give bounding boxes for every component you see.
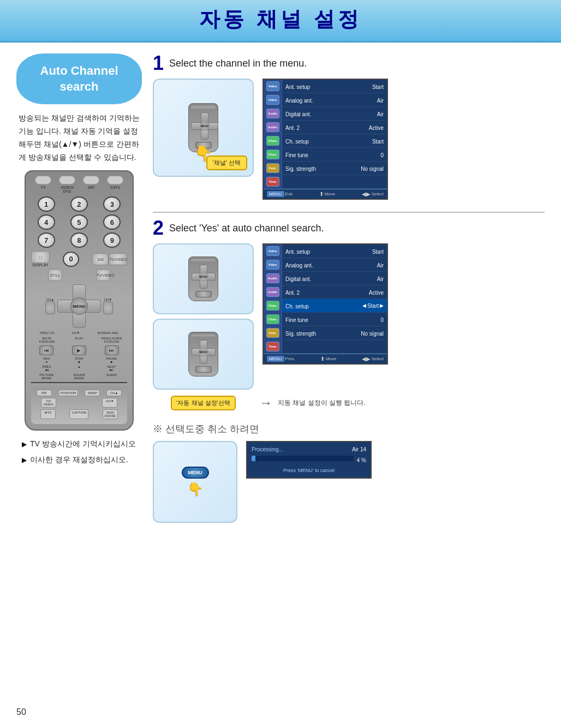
cancel-finger-icon: 👇	[187, 482, 204, 497]
menu-button-remote[interactable]: MENU	[70, 297, 88, 315]
step-2-header: 2 Select 'Yes' at auto channel search.	[153, 218, 545, 238]
mini-top-bar	[191, 106, 216, 110]
ch-up-pip-btn[interactable]: CH▲	[106, 390, 122, 396]
progress-bar-fill	[252, 456, 255, 461]
remote-control: TV VIDEO/DVD SAT CATV 1 2 3	[25, 170, 134, 431]
channel-label: '채널' 선택	[206, 156, 247, 170]
swap-btn[interactable]: SWAP	[85, 390, 100, 396]
remote-btn-1[interactable]: 1	[38, 196, 55, 212]
osd-footer-menu: MENU Exit	[267, 191, 293, 197]
progress-osd: Processing... Air 14 4 % Press 'MENU' to…	[246, 441, 372, 479]
position-btn[interactable]: POSITION	[58, 390, 79, 396]
pip-top-row: PIP POSITION SWAP CH▲	[33, 390, 125, 396]
osd-footer-select: ◀▶ Select	[362, 191, 384, 197]
step2-mini-remote-2: MENU	[188, 332, 218, 377]
remote-btn-3[interactable]: 3	[103, 196, 121, 212]
step1-menu-btn: MENU	[200, 121, 210, 131]
tv-video-pip-btn[interactable]: TV/VIDEO	[41, 398, 56, 408]
bullet-item-2: ▶ 이사한 경우 재설정하십시오.	[22, 454, 142, 466]
mode-btns: PICTUREMODE SOUNDMODE SLEEP	[31, 373, 127, 380]
osd-row-4: Audio Ant. 2 Active	[264, 121, 387, 134]
progress-bar	[252, 456, 354, 461]
add-erase-btn[interactable]: ADD/ERASE	[103, 409, 118, 419]
step2-menu-1: MENU	[199, 272, 208, 282]
dpad-section: CH▲ MENU CH▼	[31, 284, 127, 328]
osd2-row-1: Video Ant. setup Start	[264, 244, 387, 258]
remote-100-btn: 100	[92, 253, 109, 265]
osd-icon-video: Video	[264, 80, 282, 93]
progress-percent: 4 %	[357, 457, 366, 463]
mute-label: MUTEF.R/SLOW	[31, 337, 62, 343]
remote-btn-5[interactable]: 5	[70, 214, 88, 230]
page-number: 50	[16, 707, 26, 717]
rewind-btn[interactable]: ⏮	[39, 345, 53, 355]
ch-down-btn[interactable]	[103, 301, 113, 314]
ffwd-btn[interactable]: ⏭	[105, 345, 119, 355]
step2-remote-box-2: MENU	[153, 319, 254, 390]
mts-btn[interactable]: MTS	[40, 409, 56, 419]
remote-still-btn: STILL	[48, 269, 62, 281]
next-label: NEXT⏭	[96, 365, 127, 372]
step-2: 2 Select 'Yes' at auto channel search.	[153, 218, 545, 410]
pip-bot-row: MTS CAPTION ADD/ERASE	[33, 409, 125, 419]
ch-up-btn[interactable]	[45, 301, 55, 314]
remote-btn-9[interactable]: 9	[103, 232, 121, 248]
remote-btn-7[interactable]: 7	[38, 232, 55, 248]
sound-mode-label: SOUNDMODE	[64, 373, 95, 380]
remote-btn-0[interactable]: 0	[63, 252, 79, 267]
step2-osd: Video Ant. setup Start Video Analog ant.…	[262, 243, 388, 365]
prog-guide-label: PROG.GUIDEF.F/SLOW	[96, 337, 127, 343]
osd2-row-5-highlighted: Chan. Ch. setup ◀ Start ▶	[264, 299, 387, 313]
pip-section: PIP POSITION SWAP CH▲ TV/VIDEO CH▼ MTS C…	[31, 386, 127, 424]
transport-row1: ⏮ ▶ ⏭	[31, 345, 127, 355]
play-btn[interactable]: ▶	[72, 345, 86, 355]
remote-btn-4[interactable]: 4	[38, 214, 55, 230]
cancel-header: ※ 선택도중 취소 하려면	[153, 422, 545, 435]
step2-bottom: '자동 채널 설정'선택 → 지동 채널 설정이 실행 됩니다.	[153, 395, 545, 410]
bullet-points: ▶ TV 방송시간에 기억시키십시오 ▶ 이사한 경우 재설정하십시오.	[16, 438, 142, 466]
remote-divider	[31, 382, 127, 383]
remote-btn-6[interactable]: 6	[103, 214, 121, 230]
remote-sat-btn: SAT	[83, 176, 99, 193]
remote-display-btn: ▢ DISPLAY	[31, 251, 50, 267]
remote-tv-btn: TV	[35, 176, 51, 193]
picture-mode-label: PICTUREMODE	[31, 373, 62, 380]
bullet-item-1: ▶ TV 방송시간에 기억시키십시오	[22, 438, 142, 450]
channel-icon: Chan.	[266, 136, 279, 146]
feature-icon: Feat.	[266, 163, 279, 173]
pip-btn[interactable]: PIP	[37, 390, 52, 396]
osd-row-3: Audio Digital ant. Air	[264, 107, 387, 121]
remote-btn-2[interactable]: 2	[70, 196, 88, 212]
step1-osd: Video Ant. setup Start	[262, 79, 388, 200]
step2-menu-2: MENU	[199, 347, 208, 357]
audio-icon: Audio	[266, 109, 279, 118]
step-2-number: 2	[153, 218, 164, 238]
osd2-row-6: Chan. Fine tune 0	[264, 313, 387, 326]
air-label: Air 14	[352, 446, 366, 452]
rec-labels: REC● STOP■ PAUSE■	[31, 357, 127, 363]
caption-btn[interactable]: CAPTION	[69, 409, 88, 419]
right-column: 1 Select the channel in the menu. MENU	[153, 53, 545, 523]
step-1-header: 1 Select the channel in the menu.	[153, 53, 545, 73]
osd-row-2: Video Analog ant. Air	[264, 93, 387, 107]
step2-dpad-1: MENU	[192, 265, 216, 289]
rec-label: REC●	[31, 357, 62, 363]
remote-btn-8[interactable]: 8	[70, 232, 88, 248]
cancel-menu-button[interactable]: MENU	[182, 467, 209, 479]
osd-footer-move: ⬆ Move	[319, 191, 336, 197]
ch-down-pip-btn[interactable]: CH▼	[102, 398, 117, 408]
auto-channel-bubble: Auto Channel search	[16, 53, 142, 104]
step-2-content: MENU	[153, 243, 545, 390]
progress-bar-row: 4 %	[252, 456, 366, 464]
osd-row-5: Chan. Ch. setup Start	[264, 134, 387, 148]
step-2-desc: Select 'Yes' at auto channel search.	[169, 223, 324, 234]
osd-row-6: Chan. Fine tune 0	[264, 148, 387, 162]
remote-ch-row: PREV CH CH▼ SCREEN SEE	[31, 331, 127, 335]
remote-dpad: MENU	[57, 284, 101, 328]
prev-ch-label: PREV CH	[40, 331, 55, 335]
prev-next-row: PREV⏮ ▲ NEXT⏭	[31, 365, 127, 372]
processing-label: Processing...	[252, 446, 283, 452]
remote-tvvideo-btn: TV/VIDEO	[109, 253, 127, 265]
running-label: 지동 채널 설정이 실행 됩니다.	[278, 398, 366, 408]
osd2-footer: MENU Prev. ⬆ Move ◀▶ Select	[264, 354, 387, 363]
